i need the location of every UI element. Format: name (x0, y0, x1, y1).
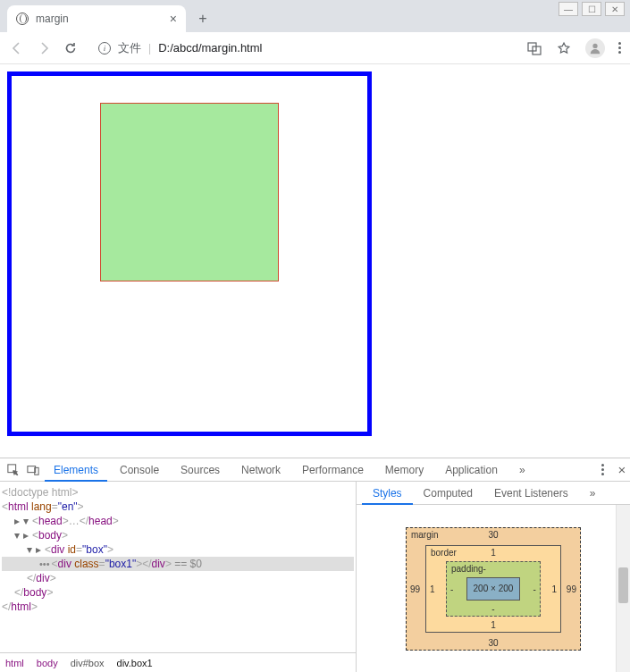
dom-tree[interactable]: <!doctype html> <html lang="en"> ▸▾<head… (0, 482, 356, 652)
bm-margin-bottom[interactable]: 30 (407, 638, 580, 648)
devtools-tab-more[interactable]: » (510, 458, 534, 482)
side-tab-styles[interactable]: Styles (362, 482, 413, 505)
bookmark-star-icon[interactable] (556, 40, 572, 56)
devtools-tab-application[interactable]: Application (436, 458, 507, 482)
bm-padding-left[interactable]: - (450, 584, 453, 593)
bm-margin-top[interactable]: 30 (407, 530, 580, 540)
crumb-html[interactable]: html (5, 658, 24, 668)
devtools-close-button[interactable]: × (614, 462, 630, 478)
tab-close-button[interactable]: × (170, 12, 177, 26)
forward-button[interactable] (36, 40, 52, 56)
devtools-tab-sources[interactable]: Sources (172, 458, 229, 482)
bm-border-bottom[interactable]: 1 (426, 620, 560, 630)
dom-selected-row[interactable]: •••<div class="box1"></div> == $0 (2, 557, 354, 571)
profile-avatar-icon[interactable] (585, 38, 605, 58)
browser-tabstrip: margin × + (0, 0, 630, 32)
side-tab-computed[interactable]: Computed (413, 482, 483, 505)
tab-title: margin (36, 13, 69, 25)
sidebar-scrollbar[interactable] (616, 505, 630, 672)
crumb-body[interactable]: body (37, 658, 58, 668)
page-viewport (0, 64, 630, 458)
back-button[interactable] (9, 40, 25, 56)
inner-box1 (100, 103, 279, 281)
dom-doctype: <!doctype html> (2, 485, 78, 500)
address-bar[interactable]: i 文件 | D:/abcd/margin.html (89, 36, 516, 61)
bm-padding-bottom[interactable]: - (447, 604, 540, 614)
window-minimize-button[interactable]: — (559, 2, 578, 16)
devtools-tab-performance[interactable]: Performance (293, 458, 373, 482)
bm-margin-right[interactable]: 99 (567, 584, 576, 593)
crumb-box[interactable]: div#box (71, 658, 105, 668)
address-sep: | (148, 42, 151, 55)
info-icon[interactable]: i (98, 42, 111, 55)
devtools: Elements Console Sources Network Perform… (0, 458, 630, 672)
chrome-menu-button[interactable] (618, 42, 621, 54)
bm-content[interactable]: 200 × 200 (466, 577, 520, 601)
device-toolbar-icon[interactable] (25, 462, 41, 478)
devtools-tab-memory[interactable]: Memory (376, 458, 433, 482)
styles-sidebar: Styles Computed Event Listeners » margin… (356, 482, 630, 672)
window-close-button[interactable]: ✕ (605, 2, 625, 16)
browser-toolbar: i 文件 | D:/abcd/margin.html (0, 32, 630, 64)
devtools-tab-elements[interactable]: Elements (45, 458, 107, 482)
new-tab-button[interactable]: + (191, 7, 214, 30)
crumb-box1[interactable]: div.box1 (117, 658, 153, 668)
box-model-widget: margin 30 30 99 99 border 1 1 1 1 pa (357, 505, 630, 672)
devtools-main-tabs: Elements Console Sources Network Perform… (0, 458, 630, 482)
bm-padding-label: padding- (451, 564, 486, 574)
devtools-settings-icon[interactable] (594, 462, 610, 478)
elements-breadcrumb: html body div#box div.box1 (0, 652, 356, 672)
devtools-tab-console[interactable]: Console (111, 458, 168, 482)
devtools-tab-network[interactable]: Network (232, 458, 290, 482)
outer-box (7, 71, 372, 436)
bm-border-right[interactable]: 1 (551, 584, 557, 593)
address-protocol: 文件 (118, 40, 141, 56)
titlebar-controls: — ☐ ✕ (559, 2, 625, 16)
side-tab-events[interactable]: Event Listeners (483, 482, 579, 505)
svg-point-2 (592, 43, 597, 47)
styles-sidebar-tabs: Styles Computed Event Listeners » (357, 482, 630, 505)
address-path: D:/abcd/margin.html (158, 41, 262, 55)
window-maximize-button[interactable]: ☐ (582, 2, 601, 16)
bm-border-top[interactable]: 1 (426, 548, 560, 558)
translate-icon[interactable] (526, 40, 542, 56)
side-tab-more[interactable]: » (579, 482, 607, 505)
browser-tab[interactable]: margin × (7, 5, 186, 32)
bm-margin-left[interactable]: 99 (410, 584, 420, 593)
reload-button[interactable] (63, 40, 79, 56)
inspect-element-icon[interactable] (5, 462, 21, 478)
elements-panel: <!doctype html> <html lang="en"> ▸▾<head… (0, 482, 356, 672)
bm-padding-right[interactable]: - (533, 584, 536, 593)
globe-icon (16, 13, 29, 25)
bm-border-left[interactable]: 1 (430, 584, 435, 593)
